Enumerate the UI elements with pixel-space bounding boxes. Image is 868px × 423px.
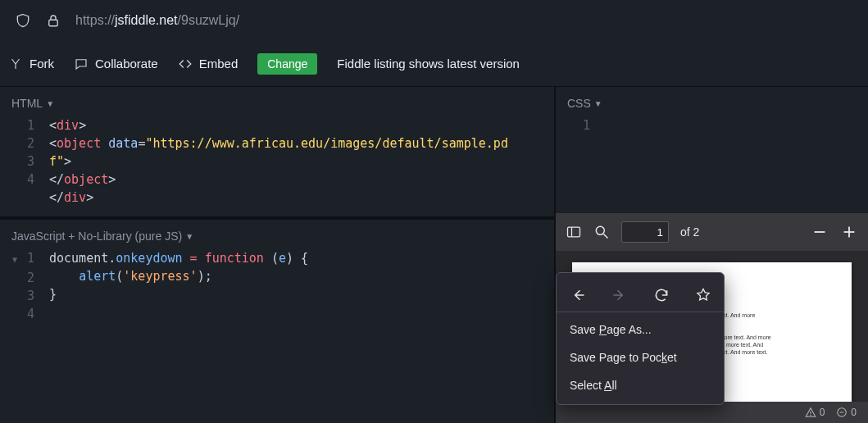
dropdown-icon: ▼ bbox=[185, 232, 193, 241]
svg-rect-1 bbox=[568, 227, 580, 237]
shield-icon bbox=[15, 12, 31, 29]
html-editor[interactable]: 1 2 3 4 <div> <object data="https://www.… bbox=[0, 116, 554, 216]
js-editor[interactable]: ▼1 2 3 4 document.onkeydown = function (… bbox=[0, 249, 554, 333]
change-button[interactable]: Change bbox=[257, 53, 317, 75]
error-icon[interactable]: 0 bbox=[836, 407, 857, 418]
embed-button[interactable]: Embed bbox=[178, 57, 239, 71]
fold-icon[interactable]: ▼ bbox=[9, 251, 17, 269]
js-pane-label: JavaScript + No-Library (pure JS) bbox=[11, 230, 182, 243]
menu-save-page-as[interactable]: Save Page As... bbox=[557, 316, 724, 343]
svg-point-9 bbox=[810, 415, 811, 416]
collaborate-label: Collaborate bbox=[95, 57, 158, 70]
search-icon[interactable] bbox=[593, 224, 610, 240]
warning-icon[interactable]: 0 bbox=[805, 407, 825, 418]
css-pane-label: CSS bbox=[567, 97, 591, 110]
sidebar-toggle-icon[interactable] bbox=[566, 224, 582, 240]
code-icon bbox=[178, 57, 193, 71]
html-gutter: 1 2 3 4 bbox=[0, 116, 49, 207]
pdf-text: re text. And more d. nd more text. And m… bbox=[711, 312, 835, 357]
js-pane: JavaScript + No-Library (pure JS)▼ ▼1 2 … bbox=[0, 220, 554, 423]
svg-point-3 bbox=[596, 226, 604, 234]
dropdown-icon: ▼ bbox=[46, 99, 54, 108]
pdf-page-count: of 2 bbox=[680, 225, 699, 239]
svg-line-4 bbox=[604, 234, 608, 239]
dropdown-icon: ▼ bbox=[594, 99, 602, 108]
menu-save-to-pocket[interactable]: Save Page to Pocket bbox=[557, 343, 724, 371]
pdf-toolbar: of 2 bbox=[556, 213, 868, 251]
lock-icon bbox=[46, 13, 61, 28]
css-pane-header[interactable]: CSS▼ bbox=[556, 87, 868, 116]
fork-button[interactable]: Fork bbox=[8, 57, 54, 71]
menu-select-all[interactable]: Select All bbox=[557, 371, 724, 399]
context-menu: Save Page As... Save Page to Pocket Sele… bbox=[556, 272, 725, 405]
fork-icon bbox=[8, 57, 23, 71]
url-text[interactable]: https://jsfiddle.net/9suzwLjq/ bbox=[75, 13, 239, 28]
forward-icon bbox=[611, 287, 628, 303]
fork-label: Fork bbox=[30, 57, 54, 70]
css-gutter: 1 bbox=[556, 116, 605, 134]
css-editor[interactable]: 1 bbox=[556, 116, 868, 144]
svg-rect-0 bbox=[49, 20, 58, 26]
js-code[interactable]: document.onkeydown = function (e) { aler… bbox=[49, 249, 554, 323]
css-code[interactable] bbox=[605, 116, 868, 134]
zoom-out-icon[interactable] bbox=[811, 223, 829, 241]
collaborate-button[interactable]: Collaborate bbox=[74, 57, 158, 71]
chat-icon bbox=[74, 57, 89, 71]
js-gutter: ▼1 2 3 4 bbox=[0, 249, 49, 323]
html-pane-label: HTML bbox=[11, 97, 43, 110]
back-icon[interactable] bbox=[570, 287, 586, 303]
html-code[interactable]: <div> <object data="https://www.africau.… bbox=[49, 116, 554, 207]
pdf-page-input[interactable] bbox=[621, 221, 669, 243]
bookmark-icon[interactable] bbox=[695, 287, 711, 303]
js-pane-header[interactable]: JavaScript + No-Library (pure JS)▼ bbox=[0, 220, 554, 249]
browser-address-bar: https://jsfiddle.net/9suzwLjq/ bbox=[0, 0, 868, 41]
fiddle-notice: Fiddle listing shows latest version bbox=[337, 57, 520, 70]
embed-label: Embed bbox=[199, 57, 239, 70]
zoom-in-icon[interactable] bbox=[840, 223, 858, 241]
html-pane: HTML▼ 1 2 3 4 <div> <object data="https:… bbox=[0, 87, 554, 216]
html-pane-header[interactable]: HTML▼ bbox=[0, 87, 554, 116]
reload-icon[interactable] bbox=[653, 287, 670, 303]
context-nav-row bbox=[557, 278, 724, 312]
app-toolbar: Fork Collaborate Embed Change Fiddle lis… bbox=[0, 41, 868, 87]
